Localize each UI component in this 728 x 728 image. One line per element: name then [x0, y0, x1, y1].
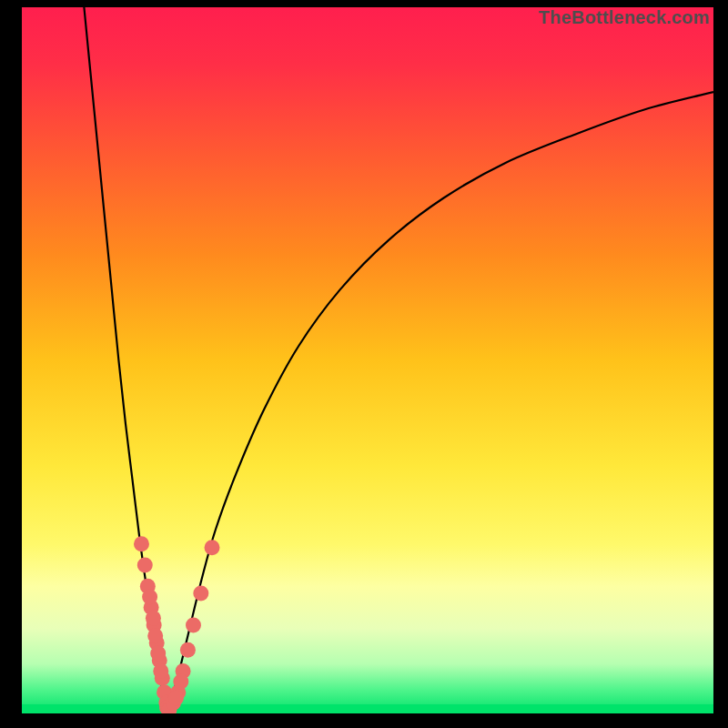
data-marker — [193, 586, 208, 602]
green-baseline-strip — [22, 704, 713, 713]
data-marker — [173, 674, 188, 690]
data-marker — [180, 642, 196, 658]
data-marker — [134, 536, 149, 551]
chart-frame: TheBottleneck.com — [0, 0, 728, 728]
plot-area: TheBottleneck.com — [22, 7, 713, 713]
data-marker — [205, 540, 220, 555]
data-marker — [168, 690, 184, 705]
data-marker — [142, 589, 157, 604]
gradient-background — [22, 7, 713, 713]
data-marker — [146, 611, 161, 626]
data-marker — [186, 618, 201, 633]
watermark-text: TheBottleneck.com — [539, 7, 710, 28]
data-marker — [147, 628, 163, 643]
data-marker — [137, 558, 153, 573]
chart-svg — [22, 7, 713, 713]
data-marker — [153, 663, 168, 679]
data-marker — [150, 646, 166, 662]
